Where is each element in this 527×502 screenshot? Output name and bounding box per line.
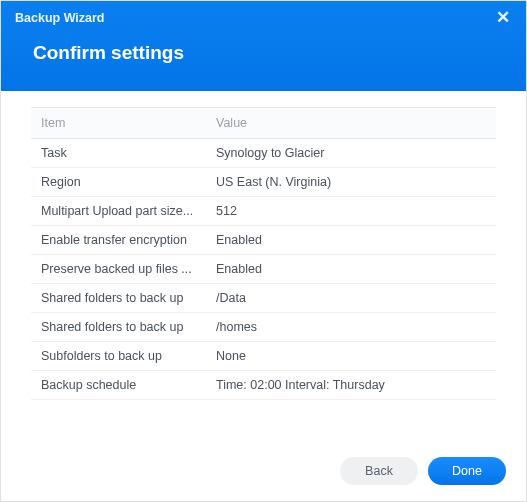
table-row: Subfolders to back up None — [31, 342, 496, 371]
setting-value: None — [206, 342, 496, 371]
table-row: Preserve backed up files ... Enabled — [31, 255, 496, 284]
back-button[interactable]: Back — [340, 457, 418, 485]
table-row: Backup schedule Time: 02:00 Interval: Th… — [31, 371, 496, 400]
setting-item: Task — [31, 139, 206, 168]
backup-wizard-dialog: Backup Wizard ✕ Confirm settings Item Va… — [0, 0, 527, 502]
setting-item: Enable transfer encryption — [31, 226, 206, 255]
setting-value: Synology to Glacier — [206, 139, 496, 168]
close-icon[interactable]: ✕ — [492, 7, 514, 28]
dialog-footer: Back Done — [1, 445, 526, 501]
header-main: Confirm settings — [1, 28, 526, 64]
title-bar: Backup Wizard ✕ — [1, 1, 526, 28]
wizard-title: Backup Wizard — [15, 11, 105, 25]
table-row: Enable transfer encryption Enabled — [31, 226, 496, 255]
setting-item: Backup schedule — [31, 371, 206, 400]
setting-item: Region — [31, 168, 206, 197]
setting-item: Shared folders to back up — [31, 313, 206, 342]
setting-value: US East (N. Virginia) — [206, 168, 496, 197]
table-row: Task Synology to Glacier — [31, 139, 496, 168]
table-row: Shared folders to back up /Data — [31, 284, 496, 313]
setting-value: /Data — [206, 284, 496, 313]
setting-value: Time: 02:00 Interval: Thursday — [206, 371, 496, 400]
table-row: Shared folders to back up /homes — [31, 313, 496, 342]
setting-item: Shared folders to back up — [31, 284, 206, 313]
settings-table-body: Task Synology to Glacier Region US East … — [31, 139, 496, 400]
setting-item: Multipart Upload part size... — [31, 197, 206, 226]
setting-value: Enabled — [206, 226, 496, 255]
setting-item: Preserve backed up files ... — [31, 255, 206, 284]
setting-value: 512 — [206, 197, 496, 226]
setting-item: Subfolders to back up — [31, 342, 206, 371]
column-header-value: Value — [206, 108, 496, 139]
table-row: Region US East (N. Virginia) — [31, 168, 496, 197]
dialog-header: Backup Wizard ✕ Confirm settings — [1, 1, 526, 91]
table-header-row: Item Value — [31, 108, 496, 139]
setting-value: Enabled — [206, 255, 496, 284]
table-row: Multipart Upload part size... 512 — [31, 197, 496, 226]
dialog-content: Item Value Task Synology to Glacier Regi… — [1, 91, 526, 445]
done-button[interactable]: Done — [428, 457, 506, 485]
settings-table: Item Value Task Synology to Glacier Regi… — [31, 107, 496, 400]
page-title: Confirm settings — [33, 42, 526, 64]
column-header-item: Item — [31, 108, 206, 139]
setting-value: /homes — [206, 313, 496, 342]
